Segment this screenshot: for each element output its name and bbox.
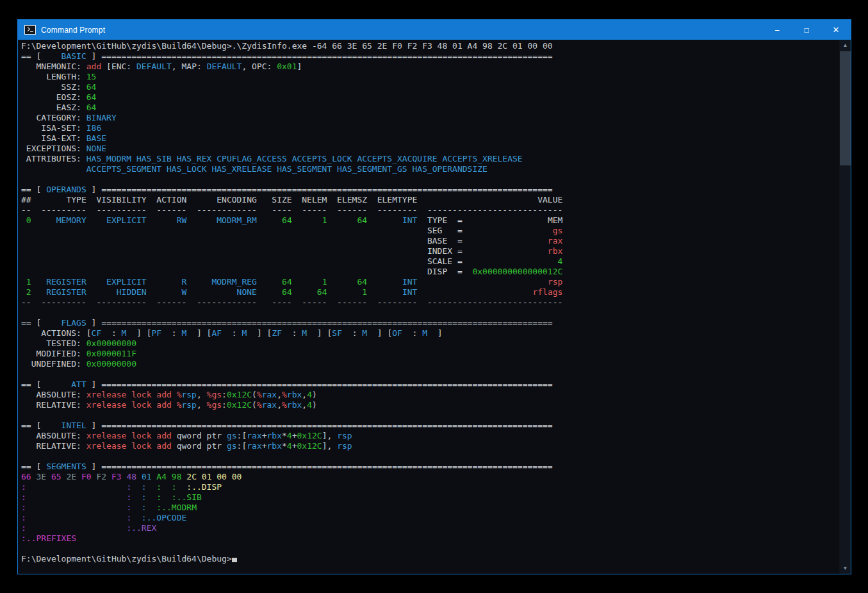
- text-run: [131, 513, 142, 522]
- text-run: 64: [357, 215, 367, 225]
- text-run: 4: [287, 431, 292, 440]
- text-run: rax: [262, 390, 277, 399]
- text-run: A4: [156, 472, 167, 481]
- text-run: [186, 277, 211, 287]
- text-run: EXCEPTIONS:: [21, 144, 86, 153]
- text-run: [26, 503, 127, 512]
- text-run: [26, 482, 127, 492]
- console-line: == [ BASIC ] ===========================…: [21, 51, 839, 62]
- text-run: [417, 287, 532, 297]
- close-button[interactable]: ✕: [821, 20, 851, 40]
- console-line: == [ INTEL ] ===========================…: [21, 421, 839, 431]
- console-line: [21, 451, 839, 462]
- console-line: : : : :..MODRM: [21, 503, 839, 513]
- text-run: ISA-SET:: [21, 123, 86, 133]
- text-run: :: [142, 482, 147, 492]
- console-line: -- --------- ---------- ------ ---------…: [21, 205, 839, 215]
- text-run: F0: [81, 472, 92, 481]
- text-run: :: [101, 328, 121, 338]
- text-run: ZF: [272, 328, 282, 338]
- text-run: :: [156, 492, 161, 502]
- text-run: M: [362, 328, 367, 338]
- text-run: 48: [126, 472, 136, 481]
- scrollbar-track[interactable]: [840, 51, 851, 563]
- text-run: *: [282, 431, 287, 440]
- text-run: 64: [86, 103, 97, 112]
- scroll-up-button[interactable]: ▲: [840, 40, 851, 51]
- text-run: [327, 215, 357, 225]
- text-run: 0x12C: [227, 390, 252, 399]
- text-run: SF: [332, 328, 342, 338]
- console-line: ACTIONS: [CF : M ] [PF : M ] [AF : M ] […: [21, 328, 839, 338]
- scroll-down-button[interactable]: ▼: [840, 563, 851, 574]
- text-run: :: [142, 503, 147, 512]
- text-run: MEMORY: [56, 215, 86, 225]
- text-run: [367, 287, 402, 297]
- text-run: rax: [247, 431, 261, 440]
- text-run: BASE =: [21, 236, 548, 246]
- scrollbar-thumb[interactable]: [840, 51, 851, 165]
- text-run: [131, 482, 142, 492]
- text-run: ] [: [367, 328, 392, 338]
- console-line: BASE = rax: [21, 236, 839, 246]
- text-run: 2: [21, 287, 31, 297]
- text-run: ] [: [247, 328, 272, 338]
- text-run: 64: [86, 82, 97, 92]
- text-run: rbx: [267, 431, 282, 440]
- console-line: == [ ATT ] =============================…: [21, 380, 839, 390]
- text-run: +: [292, 431, 297, 440]
- text-run: EXPLICIT: [106, 215, 147, 225]
- console-line: LENGTH: 15: [21, 72, 839, 82]
- console-line: SCALE = 4: [21, 256, 839, 267]
- text-run: 0x01: [277, 62, 297, 71]
- text-run: 00: [232, 472, 242, 481]
- text-run: NONE: [237, 287, 257, 297]
- vertical-scrollbar[interactable]: ▲ ▼: [839, 40, 851, 574]
- text-run: :: [222, 328, 242, 338]
- text-run: [31, 287, 46, 297]
- text-run: INT: [402, 277, 417, 287]
- console-line: CATEGORY: BINARY: [21, 113, 839, 123]
- text-run: 1: [322, 215, 327, 225]
- text-run: [86, 215, 106, 225]
- text-run: rsp: [548, 277, 562, 287]
- text-run: +: [262, 441, 267, 451]
- text-run: 0x000000000000012C: [472, 267, 562, 276]
- maximize-button[interactable]: □: [792, 20, 821, 40]
- text-run: 01: [142, 472, 152, 481]
- text-run: RELATIVE:: [21, 400, 86, 410]
- title-bar[interactable]: Command Prompt – □ ✕: [18, 20, 851, 40]
- minimize-button[interactable]: –: [762, 20, 792, 40]
- text-run: ] [: [186, 328, 211, 338]
- text-run: :[: [237, 441, 247, 451]
- text-run: ATT: [41, 380, 86, 389]
- text-run: :..OPCODE: [142, 513, 186, 522]
- text-run: :..MODRM: [156, 503, 197, 512]
- text-run: [147, 277, 182, 287]
- text-run: :: [222, 400, 227, 410]
- console-output[interactable]: F:\Development\GitHub\zydis\Build64\Debu…: [18, 40, 839, 574]
- text-run: ] ======================================…: [86, 51, 553, 61]
- text-run: OF: [392, 328, 402, 338]
- console-line: [21, 174, 839, 185]
- text-run: ACCEPTS_SEGMENT HAS_LOCK HAS_XRELEASE HA…: [86, 164, 487, 174]
- text-run: ,: [302, 390, 307, 399]
- text-run: xrelease lock add %: [86, 390, 182, 399]
- text-run: TESTED:: [21, 338, 86, 348]
- text-run: xrelease lock add: [86, 441, 177, 451]
- console-line: ACCEPTS_SEGMENT HAS_LOCK HAS_XRELEASE HA…: [21, 164, 839, 174]
- text-run: [21, 164, 86, 174]
- text-run: DISP =: [21, 267, 472, 276]
- text-run: F3: [111, 472, 122, 481]
- text-run: PF: [152, 328, 162, 338]
- text-run: HIDDEN: [117, 287, 147, 297]
- text-run: :..DISP: [186, 482, 222, 492]
- text-run: AF: [211, 328, 222, 338]
- text-run: TYPE = MEM: [417, 215, 562, 225]
- text-run: [136, 472, 142, 481]
- text-run: F2: [96, 472, 106, 481]
- text-run: :: [402, 328, 422, 338]
- text-run: CATEGORY:: [21, 113, 86, 122]
- text-run: [147, 503, 157, 512]
- text-run: :: [282, 328, 302, 338]
